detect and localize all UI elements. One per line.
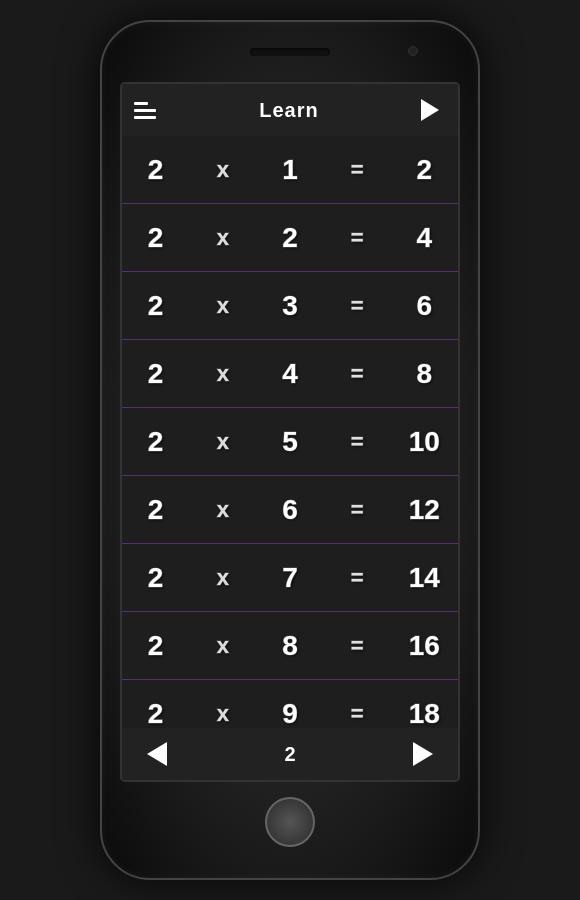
equals-operator: =	[324, 565, 391, 591]
menu-line-3	[134, 116, 156, 119]
multiplicand: 2	[122, 630, 189, 662]
menu-line-2	[134, 109, 156, 112]
multiply-operator: x	[189, 565, 256, 591]
multiply-operator: x	[189, 701, 256, 727]
table-row: 2 x 9 = 18	[122, 680, 458, 728]
multiplier: 3	[256, 290, 323, 322]
equals-operator: =	[324, 361, 391, 387]
multiplicand: 2	[122, 222, 189, 254]
multiplier: 7	[256, 562, 323, 594]
screen: Learn 2 x 1 = 2 2 x 2 = 4 2 x 3 = 6 2 x	[120, 82, 460, 782]
equals-operator: =	[324, 157, 391, 183]
product: 16	[391, 630, 458, 662]
multiplicand: 2	[122, 154, 189, 186]
multiplicand: 2	[122, 698, 189, 729]
multiply-operator: x	[189, 497, 256, 523]
equals-operator: =	[324, 225, 391, 251]
product: 2	[391, 154, 458, 186]
multiplier: 6	[256, 494, 323, 526]
multiplier: 8	[256, 630, 323, 662]
right-arrow-icon	[413, 742, 433, 766]
phone-frame: Learn 2 x 1 = 2 2 x 2 = 4 2 x 3 = 6 2 x	[100, 20, 480, 880]
table-row: 2 x 6 = 12	[122, 476, 458, 544]
speaker-grille	[250, 48, 330, 56]
product: 6	[391, 290, 458, 322]
multiply-operator: x	[189, 361, 256, 387]
table-row: 2 x 5 = 10	[122, 408, 458, 476]
front-camera	[408, 46, 418, 56]
multiplier: 5	[256, 426, 323, 458]
product: 10	[391, 426, 458, 458]
product: 18	[391, 698, 458, 729]
current-table-number: 2	[284, 743, 295, 766]
table-row: 2 x 7 = 14	[122, 544, 458, 612]
multiplier: 9	[256, 698, 323, 729]
product: 8	[391, 358, 458, 390]
home-button[interactable]	[265, 797, 315, 847]
multiplicand: 2	[122, 290, 189, 322]
table-row: 2 x 4 = 8	[122, 340, 458, 408]
multiplicand: 2	[122, 562, 189, 594]
header-bar: Learn	[122, 84, 458, 136]
multiply-operator: x	[189, 429, 256, 455]
bottom-nav: 2	[122, 728, 458, 780]
product: 14	[391, 562, 458, 594]
play-button[interactable]	[414, 94, 446, 126]
equals-operator: =	[324, 293, 391, 319]
play-icon	[421, 99, 439, 121]
multiplier: 4	[256, 358, 323, 390]
multiplicand: 2	[122, 494, 189, 526]
menu-icon[interactable]	[134, 95, 164, 125]
equals-operator: =	[324, 429, 391, 455]
table-row: 2 x 1 = 2	[122, 136, 458, 204]
page-title: Learn	[259, 99, 318, 122]
multiply-operator: x	[189, 225, 256, 251]
multiply-operator: x	[189, 633, 256, 659]
multiplier: 2	[256, 222, 323, 254]
equals-operator: =	[324, 497, 391, 523]
menu-line-1	[134, 102, 148, 105]
prev-button[interactable]	[142, 739, 172, 769]
multiplication-table: 2 x 1 = 2 2 x 2 = 4 2 x 3 = 6 2 x 4 = 8 …	[122, 136, 458, 728]
multiply-operator: x	[189, 293, 256, 319]
multiply-operator: x	[189, 157, 256, 183]
table-row: 2 x 2 = 4	[122, 204, 458, 272]
phone-bottom-bar	[102, 782, 478, 862]
table-row: 2 x 8 = 16	[122, 612, 458, 680]
phone-top-bar	[102, 22, 478, 82]
product: 4	[391, 222, 458, 254]
left-arrow-icon	[147, 742, 167, 766]
product: 12	[391, 494, 458, 526]
table-row: 2 x 3 = 6	[122, 272, 458, 340]
multiplier: 1	[256, 154, 323, 186]
next-button[interactable]	[408, 739, 438, 769]
equals-operator: =	[324, 633, 391, 659]
equals-operator: =	[324, 701, 391, 727]
multiplicand: 2	[122, 426, 189, 458]
multiplicand: 2	[122, 358, 189, 390]
